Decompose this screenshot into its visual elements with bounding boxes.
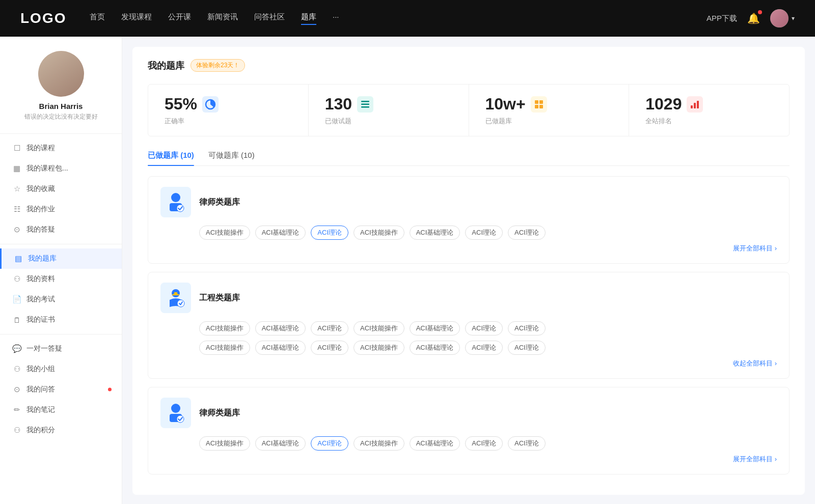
tag-2-6[interactable]: ACI理论 (465, 321, 503, 335)
content-inner: 我的题库 体验剩余23天！ 55% (132, 47, 805, 495)
sidebar-item-favorites[interactable]: ☆ 我的收藏 (0, 179, 122, 199)
sidebar-item-my-questions[interactable]: ⊙ 我的答疑 (0, 219, 122, 240)
svg-rect-8 (691, 105, 693, 108)
nav-news[interactable]: 新闻资讯 (207, 12, 238, 25)
tag-2-1[interactable]: ACI技能操作 (199, 321, 250, 335)
bank-card-lawyer-1: 律师类题库 ACI技能操作 ACI基础理论 ACI理论 ACI技能操作 ACI基… (148, 176, 790, 264)
lawyer-bank-title-1: 律师类题库 (199, 197, 240, 208)
notification-bell[interactable]: 🔔 (747, 12, 760, 24)
document-icon: ☐ (12, 144, 21, 153)
tag-3-3[interactable]: ACI理论 (311, 436, 348, 451)
svg-rect-1 (361, 101, 369, 102)
notes-icon: ✏ (12, 405, 21, 414)
bar-chart-icon: ▦ (12, 164, 21, 173)
tag-3-2[interactable]: ACI基础理论 (255, 436, 306, 451)
sidebar-item-points[interactable]: ⚇ 我的积分 (0, 420, 122, 440)
tab-available-banks[interactable]: 可做题库 (10) (208, 151, 255, 165)
tab-done-banks[interactable]: 已做题库 (10) (148, 151, 194, 165)
nav-open-course[interactable]: 公开课 (168, 12, 191, 25)
sidebar-item-my-data[interactable]: ⚇ 我的资料 (0, 269, 122, 289)
tag-2-12[interactable]: ACI基础理论 (410, 341, 460, 355)
tag-1-3[interactable]: ACI理论 (311, 226, 348, 240)
sidebar-item-my-courses[interactable]: ☐ 我的课程 (0, 138, 122, 158)
sidebar-item-one-on-one[interactable]: 💬 一对一答疑 (0, 339, 122, 359)
answers-icon: ⊙ (12, 385, 21, 394)
tag-1-7[interactable]: ACI理论 (508, 226, 546, 240)
profile-section: Brian Harris 错误的决定比没有决定要好 (0, 37, 122, 129)
sidebar-item-course-package[interactable]: ▦ 我的课程包... (0, 158, 122, 179)
tag-2-13[interactable]: ACI理论 (465, 341, 503, 355)
sidebar-item-homework[interactable]: ☷ 我的作业 (0, 199, 122, 219)
bank-card-lawyer-3: 律师类题库 ACI技能操作 ACI基础理论 ACI理论 ACI技能操作 ACI基… (148, 387, 790, 474)
user-avatar-menu[interactable]: ▾ (770, 9, 795, 27)
stat-ranking: 1029 全站排名 (629, 85, 789, 136)
notification-badge (758, 10, 762, 14)
points-icon: ⚇ (12, 426, 21, 435)
nav-more[interactable]: ··· (333, 12, 339, 25)
bar-chart-icon (690, 99, 700, 109)
tag-2-14[interactable]: ACI理论 (508, 341, 546, 355)
sidebar-item-label: 我的题库 (28, 254, 57, 263)
stat-done-questions: 130 已做试题 (309, 85, 469, 136)
certificate-icon: 🗒 (12, 315, 21, 324)
question-icon: ⊙ (12, 225, 21, 234)
tag-2-9[interactable]: ACI基础理论 (255, 341, 306, 355)
stats-row: 55% 正确率 130 (148, 84, 790, 136)
sidebar-item-my-answers[interactable]: ⊙ 我的问答 (0, 379, 122, 400)
sidebar-item-my-notes[interactable]: ✏ 我的笔记 (0, 400, 122, 420)
sidebar-item-my-group[interactable]: ⚇ 我的小组 (0, 359, 122, 379)
bank-card-engineer: 工程类题库 ACI技能操作 ACI基础理论 ACI理论 ACI技能操作 ACI基… (148, 272, 790, 379)
sidebar-item-question-bank[interactable]: ▤ 我的题库 (0, 248, 122, 269)
tag-3-7[interactable]: ACI理论 (508, 436, 546, 451)
nav-qa[interactable]: 问答社区 (254, 12, 285, 25)
tag-1-2[interactable]: ACI基础理论 (255, 226, 306, 240)
subject-tags-lawyer-1: ACI技能操作 ACI基础理论 ACI理论 ACI技能操作 ACI基础理论 AC… (199, 226, 777, 240)
tag-2-10[interactable]: ACI理论 (311, 341, 348, 355)
bank-card-header-1: 律师类题库 (160, 187, 777, 217)
tag-3-5[interactable]: ACI基础理论 (410, 436, 460, 451)
expand-link-3[interactable]: 展开全部科目 › (160, 455, 777, 464)
lawyer-icon-svg-3 (165, 402, 187, 424)
nav-right-section: APP下载 🔔 ▾ (707, 9, 795, 27)
tabs: 已做题库 (10) 可做题库 (10) (148, 151, 790, 166)
stat-label-banks: 已做题库 (485, 117, 512, 126)
page-header: 我的题库 体验剩余23天！ (148, 59, 790, 72)
tag-3-1[interactable]: ACI技能操作 (199, 436, 250, 451)
expand-link-1[interactable]: 展开全部科目 › (160, 244, 777, 253)
stat-icon-accuracy (202, 96, 219, 113)
sidebar-item-label: 我的资料 (26, 274, 55, 284)
tag-3-6[interactable]: ACI理论 (465, 436, 503, 451)
svg-rect-4 (535, 100, 538, 104)
sidebar-divider (0, 133, 122, 134)
tag-2-4[interactable]: ACI技能操作 (354, 321, 404, 335)
nav-discover[interactable]: 发现课程 (121, 12, 152, 25)
tag-1-6[interactable]: ACI理论 (465, 226, 503, 240)
tag-2-8[interactable]: ACI技能操作 (199, 341, 250, 355)
homework-icon: ☷ (12, 205, 21, 214)
engineer-bank-icon (160, 283, 191, 313)
sidebar-item-certificate[interactable]: 🗒 我的证书 (0, 310, 122, 330)
tag-2-3[interactable]: ACI理论 (311, 321, 348, 335)
sidebar-item-label: 我的答疑 (26, 225, 55, 234)
collapse-link-2[interactable]: 收起全部科目 › (160, 359, 777, 368)
svg-rect-7 (539, 105, 543, 108)
nav-question-bank[interactable]: 题库 (301, 12, 316, 25)
tag-1-4[interactable]: ACI技能操作 (354, 226, 404, 240)
tag-3-4[interactable]: ACI技能操作 (354, 436, 404, 451)
stat-done-banks: 10w+ 已做题库 (469, 85, 630, 136)
app-download-button[interactable]: APP下载 (707, 14, 737, 23)
stat-top-ranking: 1029 (645, 95, 703, 114)
page-title: 我的题库 (148, 60, 184, 72)
tag-2-2[interactable]: ACI基础理论 (255, 321, 306, 335)
stat-top-done: 130 (325, 95, 373, 114)
tag-2-11[interactable]: ACI技能操作 (354, 341, 404, 355)
tag-1-1[interactable]: ACI技能操作 (199, 226, 250, 240)
bank-card-header-2: 工程类题库 (160, 283, 777, 313)
tag-2-5[interactable]: ACI基础理论 (410, 321, 460, 335)
tag-1-5[interactable]: ACI基础理论 (410, 226, 460, 240)
lawyer-bank-title-3: 律师类题库 (199, 408, 240, 418)
nav-home[interactable]: 首页 (90, 12, 105, 25)
svg-point-11 (171, 193, 180, 202)
tag-2-7[interactable]: ACI理论 (508, 321, 546, 335)
sidebar-item-my-exam[interactable]: 📄 我的考试 (0, 289, 122, 310)
